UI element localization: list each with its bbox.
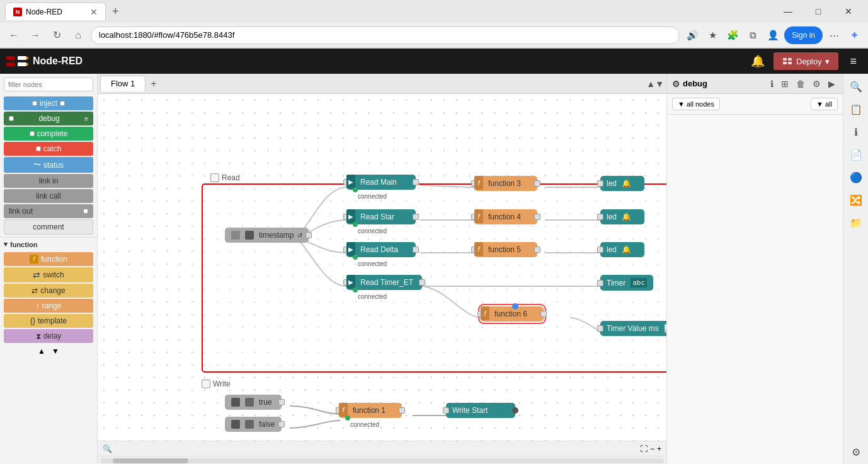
home-btn[interactable]: ⌂ [69, 26, 87, 44]
read-star-node[interactable]: ▶ Read Star connected [346, 209, 416, 224]
fn4-port-right [534, 214, 540, 220]
write-start-node[interactable]: Write Start [446, 403, 515, 418]
nav-extras: 🔊 ★ 🧩 ⧉ 👤 Sign in ⋯ ✦ [683, 26, 863, 44]
right-palette-icon[interactable]: 📋 [846, 99, 866, 119]
led1-node[interactable]: led 🔔 [600, 176, 644, 191]
fn6-left-bar: f [481, 306, 489, 320]
close-btn[interactable]: ✕ [834, 0, 863, 23]
deploy-btn[interactable]: Deploy ▾ [774, 52, 838, 70]
right-context-icon[interactable]: 📄 [846, 144, 866, 165]
palette-change-label: change [40, 286, 65, 295]
palette-item-catch[interactable]: catch [4, 142, 93, 156]
timestamp-loop-icon: ↺ [297, 232, 302, 239]
function1-node[interactable]: f function 1 connected [339, 403, 402, 418]
read-timer-node[interactable]: ▶ Read Timer_ET connected [346, 275, 422, 290]
palette-item-change[interactable]: ⇄ change [4, 284, 93, 298]
nr-canvas-wrapper[interactable]: Read timestamp ↺ [98, 94, 666, 456]
function3-node[interactable]: f function 3 [474, 176, 537, 191]
fullscreen-icon[interactable]: ⛶ [640, 444, 648, 453]
palette-item-inject[interactable]: inject [4, 96, 93, 110]
inject-trigger-btn[interactable] [231, 231, 240, 240]
maximize-btn[interactable]: □ [804, 0, 833, 23]
zoom-in-icon[interactable]: + [657, 444, 661, 453]
palette-section-function[interactable]: ▾ function [0, 237, 97, 251]
back-btn[interactable]: ← [5, 26, 23, 44]
function6-node[interactable]: f function 6 [481, 306, 544, 322]
read-main-node[interactable]: ▶ Read Main connected [346, 175, 416, 190]
extensions-icon[interactable]: 🧩 [724, 26, 741, 44]
palette-scroll-down-icon[interactable]: ▼ [52, 347, 59, 356]
false1-node[interactable]: false [225, 417, 282, 432]
function4-node[interactable]: f function 4 [474, 209, 537, 224]
h-scrollbar-thumb[interactable] [113, 458, 188, 463]
port-left-debug [9, 116, 14, 121]
right-info-icon[interactable]: ℹ [846, 122, 866, 142]
timer-value-node[interactable]: Timer Value ms 📈 [600, 321, 666, 336]
read-delta-node[interactable]: ▶ Read Delta connected [346, 242, 416, 257]
tab-flow1[interactable]: Flow 1 [100, 76, 146, 91]
palette-item-status[interactable]: 〜 status [4, 157, 93, 173]
new-tab-btn[interactable]: + [108, 5, 123, 18]
true1-node[interactable]: true [225, 395, 282, 410]
read-group: Read [202, 183, 666, 373]
debug-info-btn[interactable]: ℹ [768, 78, 776, 90]
nr-menu-btn[interactable]: ≡ [845, 52, 862, 71]
browser-tab-nodered[interactable]: N Node-RED ✕ [5, 3, 106, 20]
profile-icon[interactable]: 👤 [764, 26, 782, 44]
palette-item-delay[interactable]: ⧗ delay [4, 329, 93, 343]
debug-settings-btn[interactable]: ⚙ [810, 78, 823, 90]
h-scrollbar[interactable] [98, 456, 666, 464]
debug-all-nodes-btn[interactable]: ▼ all nodes [672, 98, 720, 110]
search-canvas-icon[interactable]: 🔍 [103, 444, 112, 453]
right-search-icon[interactable]: 🔍 [846, 76, 866, 96]
debug-panel-arrow[interactable]: ▶ [826, 78, 838, 90]
palette-item-function[interactable]: f function [4, 252, 93, 266]
tab-chevron-up[interactable]: ▲ [646, 79, 655, 89]
palette-item-switch[interactable]: ⇄ switch [4, 267, 93, 282]
favorites-icon[interactable]: ★ [704, 26, 721, 44]
palette-item-comment[interactable]: comment [4, 219, 93, 235]
minimize-btn[interactable]: — [774, 0, 802, 23]
palette-filter-input[interactable] [4, 78, 93, 91]
collections-icon[interactable]: ⧉ [744, 26, 762, 44]
timestamp-node[interactable]: timestamp ↺ [225, 228, 309, 243]
debug-trash-btn[interactable]: 🗑 [794, 78, 808, 90]
tab-close-btn[interactable]: ✕ [90, 7, 98, 17]
sign-in-btn[interactable]: Sign in [784, 26, 823, 44]
palette-item-debug[interactable]: debug ≡ [4, 112, 93, 125]
copilot-icon[interactable]: ✦ [845, 26, 863, 44]
debug-clear-all-btn[interactable]: ▼ all [811, 98, 838, 110]
zoom-out-icon[interactable]: − [650, 444, 654, 453]
nr-canvas[interactable]: Read timestamp ↺ [98, 94, 666, 456]
palette-item-complete[interactable]: complete [4, 127, 93, 141]
right-git-icon[interactable]: 🔀 [846, 190, 866, 210]
url-bar[interactable] [91, 26, 680, 44]
led2-node[interactable]: led 🔔 [600, 209, 644, 224]
palette-item-range[interactable]: ↕ range [4, 299, 93, 313]
right-projects-icon[interactable]: 📁 [846, 212, 866, 233]
palette-item-link-out[interactable]: link out [4, 204, 93, 218]
function5-node[interactable]: f function 5 [474, 242, 537, 257]
forward-btn[interactable]: → [26, 26, 44, 44]
bell-icon[interactable]: 🔔 [751, 54, 765, 68]
right-deploy-icon[interactable]: 🔵 [846, 167, 866, 187]
debug-export-btn[interactable]: ⊞ [779, 78, 791, 90]
settings-more-icon[interactable]: ⋯ [825, 26, 843, 44]
refresh-btn[interactable]: ↻ [48, 26, 66, 44]
read-star-port-right [413, 214, 419, 220]
tab-chevron-down[interactable]: ▼ [655, 79, 664, 89]
led3-node[interactable]: led 🔔 [600, 242, 644, 257]
nr-right-icon-strip: 🔍 📋 ℹ 📄 🔵 🔀 📁 ⚙ [843, 74, 868, 464]
palette-item-template[interactable]: {} template [4, 314, 93, 328]
palette-item-link-in[interactable]: link in [4, 174, 93, 188]
read-aloud-icon[interactable]: 🔊 [683, 26, 701, 44]
read-label-text: Read [222, 173, 240, 182]
timer-node[interactable]: Timer abc [600, 275, 653, 291]
right-settings-icon[interactable]: ⚙ [846, 442, 866, 462]
svg-rect-9 [788, 62, 792, 64]
palette-scroll-up-icon[interactable]: ▲ [38, 347, 45, 356]
tab-add-btn[interactable]: + [147, 78, 160, 90]
palette-item-link-call[interactable]: link call [4, 189, 93, 203]
false1-icon [231, 420, 240, 429]
timer-value-label: Timer Value ms [607, 324, 659, 333]
